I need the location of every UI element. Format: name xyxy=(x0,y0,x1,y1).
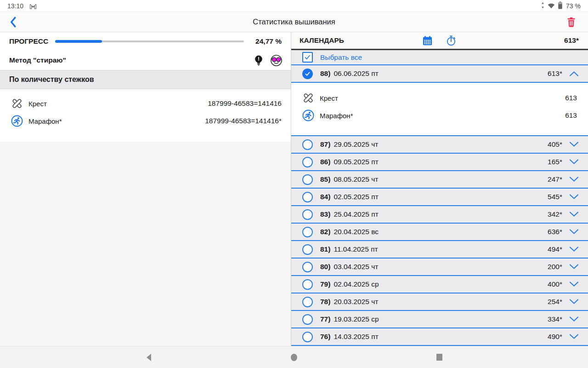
calendar-row[interactable]: 87)29.05.2025 чт 405* xyxy=(291,136,588,154)
chevron-up-icon[interactable] xyxy=(569,70,580,77)
chevron-down-icon[interactable] xyxy=(569,316,580,323)
back-button[interactable] xyxy=(6,14,21,30)
row-checkbox[interactable] xyxy=(302,174,313,185)
nav-recents-icon[interactable] xyxy=(435,353,443,362)
data-transfer-icon xyxy=(541,2,545,10)
sunglasses-face-icon[interactable] xyxy=(270,54,283,67)
chevron-down-icon[interactable] xyxy=(569,333,580,340)
row-checkbox[interactable] xyxy=(302,332,313,342)
progress-row: ПРОГРЕСС 24,77 % xyxy=(0,32,291,51)
row-date: 03.04.2025 чт xyxy=(334,263,378,270)
row-value: 254* xyxy=(548,298,562,306)
row-checkbox[interactable] xyxy=(302,139,313,150)
chevron-down-icon[interactable] xyxy=(569,228,580,236)
row-value: 545* xyxy=(548,193,562,201)
row-date: 09.05.2025 пт xyxy=(334,158,378,166)
calendar-total-value: 613* xyxy=(457,36,579,45)
nav-back-icon[interactable] xyxy=(145,353,153,362)
row-number: 81) xyxy=(320,245,330,253)
row-date: 25.04.2025 пт xyxy=(334,210,378,218)
calendar-row[interactable]: 76)14.03.2025 пт 490* xyxy=(291,328,588,346)
row-number: 86) xyxy=(320,158,330,166)
gmail-notification-icon xyxy=(29,2,37,10)
select-all-checkbox[interactable] xyxy=(302,52,313,63)
calendar-row[interactable]: 77)19.03.2025 ср 334* xyxy=(291,311,588,328)
calendar-row[interactable]: 83)25.04.2025 пт 342* xyxy=(291,206,588,224)
chevron-down-icon[interactable] xyxy=(569,176,580,183)
row-date: 06.06.2025 пт xyxy=(334,69,378,77)
row-date: 02.05.2025 пт xyxy=(334,193,378,201)
progress-bar-fill xyxy=(55,40,102,43)
stat-value: 613 xyxy=(565,111,577,120)
row-value: 165* xyxy=(548,158,562,166)
row-date: 14.03.2025 пт xyxy=(334,333,378,340)
row-value: 200* xyxy=(548,263,562,271)
row-number: 88) xyxy=(320,69,330,77)
row-date: 02.04.2025 ср xyxy=(334,280,379,288)
delete-button[interactable] xyxy=(564,15,578,29)
calendar-row[interactable]: 80)03.04.2025 чт 200* xyxy=(291,259,588,276)
content: ПРОГРЕСС 24,77 % Метод "стираю" xyxy=(0,32,588,346)
calendar-row[interactable]: 81)11.04.2025 пт 494* xyxy=(291,241,588,259)
row-checkbox[interactable] xyxy=(302,262,313,272)
battery-icon xyxy=(558,1,563,11)
row-value: 400* xyxy=(548,280,562,288)
row-checkbox[interactable] xyxy=(302,192,313,202)
progress-card: ПРОГРЕСС 24,77 % Метод "стираю" xyxy=(0,32,291,70)
row-number: 82) xyxy=(320,228,330,236)
chevron-down-icon[interactable] xyxy=(569,246,580,253)
chevron-down-icon[interactable] xyxy=(569,263,580,270)
row-checkbox-checked[interactable] xyxy=(302,69,313,79)
calendar-header: КАЛЕНДАРЬ xyxy=(291,32,588,50)
row-checkbox[interactable] xyxy=(302,244,313,255)
lightbulb-icon[interactable] xyxy=(253,54,265,66)
progress-pane: ПРОГРЕСС 24,77 % Метод "стираю" xyxy=(0,32,291,346)
row-number: 83) xyxy=(320,210,330,218)
stat-label: Марафон* xyxy=(320,112,353,120)
calendar-row[interactable]: 86)09.05.2025 пт 165* xyxy=(291,154,588,171)
wifi-icon xyxy=(547,2,555,10)
calendar-row[interactable]: 78)20.03.2025 чт 254* xyxy=(291,293,588,311)
clock: 13:10 xyxy=(7,2,23,10)
android-nav-bar xyxy=(0,346,588,368)
row-checkbox[interactable] xyxy=(302,279,313,290)
status-bar: 13:10 73 % xyxy=(0,0,588,12)
stat-label: Крест xyxy=(28,100,47,108)
chevron-down-icon[interactable] xyxy=(569,158,580,166)
stat-label: Крест xyxy=(320,94,338,102)
calendar-row[interactable]: 88)06.06.2025 пт 613* xyxy=(291,65,588,83)
chevron-down-icon[interactable] xyxy=(569,281,580,288)
row-checkbox[interactable] xyxy=(302,297,313,307)
row-checkbox[interactable] xyxy=(302,209,313,220)
runner-icon xyxy=(11,115,23,127)
stitch-stats-card: Крест 187999-46583=141416 Марафон* 18799… xyxy=(0,89,291,142)
page-title: Статистика вышивания xyxy=(0,17,588,26)
chevron-down-icon[interactable] xyxy=(569,141,580,148)
row-checkbox[interactable] xyxy=(302,314,313,325)
row-value: 334* xyxy=(548,315,562,323)
calendar-list: 88)06.06.2025 пт 613* Крест 613 Марафон*… xyxy=(291,65,588,346)
row-number: 87) xyxy=(320,140,330,148)
calendar-row[interactable]: 84)02.05.2025 пт 545* xyxy=(291,189,588,206)
calendar-row[interactable]: 79)02.04.2025 ср 400* xyxy=(291,276,588,293)
chevron-down-icon[interactable] xyxy=(569,298,580,305)
stopwatch-icon[interactable] xyxy=(445,34,457,46)
row-value: 636* xyxy=(548,228,562,236)
row-checkbox[interactable] xyxy=(302,227,313,237)
stat-row: Крест 613 xyxy=(291,89,588,107)
row-date: 20.03.2025 чт xyxy=(334,298,378,305)
calendar-row[interactable]: 82)20.04.2025 вс 636* xyxy=(291,224,588,241)
stat-value: 613 xyxy=(565,94,577,102)
row-date: 29.05.2025 чт xyxy=(334,140,378,148)
calendar-row[interactable]: 85)08.05.2025 чт 247* xyxy=(291,171,588,189)
row-checkbox[interactable] xyxy=(302,157,313,167)
row-date: 19.03.2025 ср xyxy=(334,315,379,323)
calendar-icon[interactable] xyxy=(422,35,433,46)
nav-home-icon[interactable] xyxy=(290,353,298,362)
cross-stitch-icon xyxy=(302,92,314,104)
chevron-down-icon[interactable] xyxy=(569,193,580,201)
select-all-row[interactable]: Выбрать все xyxy=(291,50,588,65)
row-number: 77) xyxy=(320,315,330,323)
stat-value: 187999-46583=141416 xyxy=(208,99,282,108)
chevron-down-icon[interactable] xyxy=(569,211,580,218)
